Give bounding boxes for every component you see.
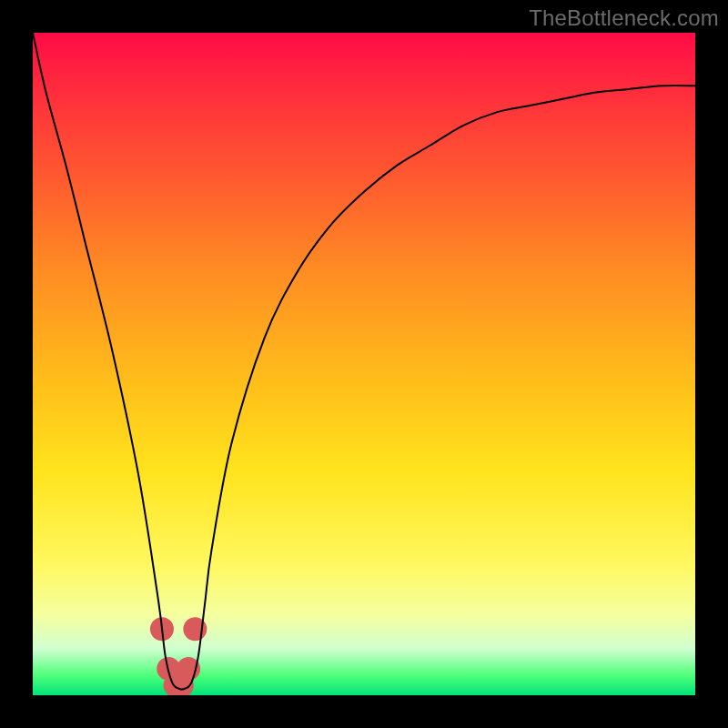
curve-svg [33, 33, 695, 695]
plot-area [33, 33, 695, 695]
bottleneck-curve [33, 33, 695, 690]
outer-frame: TheBottleneck.com [0, 0, 728, 728]
watermark-text: TheBottleneck.com [529, 5, 719, 31]
